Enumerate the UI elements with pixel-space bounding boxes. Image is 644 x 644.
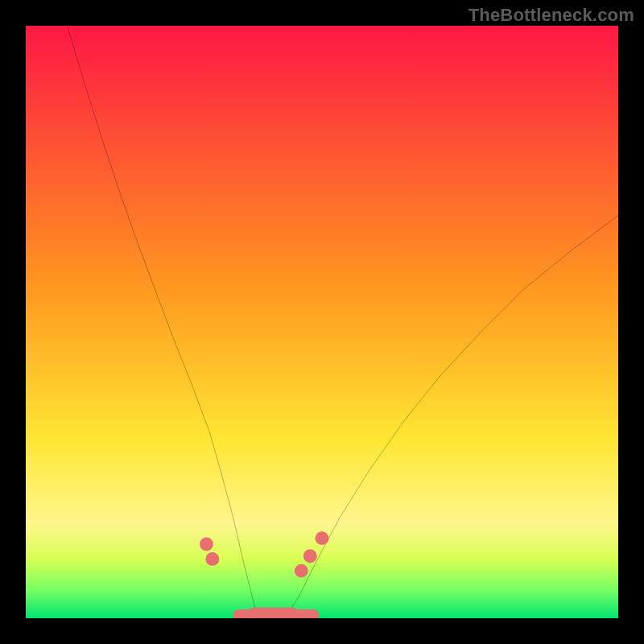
marker-left-dot-1 [200, 538, 213, 551]
bottleneck-chart [26, 26, 618, 618]
gradient-background [26, 26, 618, 618]
marker-right-dot-2 [303, 549, 317, 563]
marker-right-dot-3 [316, 531, 329, 545]
marker-left-dot-2 [205, 552, 219, 566]
marker-right-dot-1 [295, 564, 308, 578]
chart-frame: TheBottleneck.com [0, 0, 644, 644]
watermark-text: TheBottleneck.com [469, 5, 634, 26]
